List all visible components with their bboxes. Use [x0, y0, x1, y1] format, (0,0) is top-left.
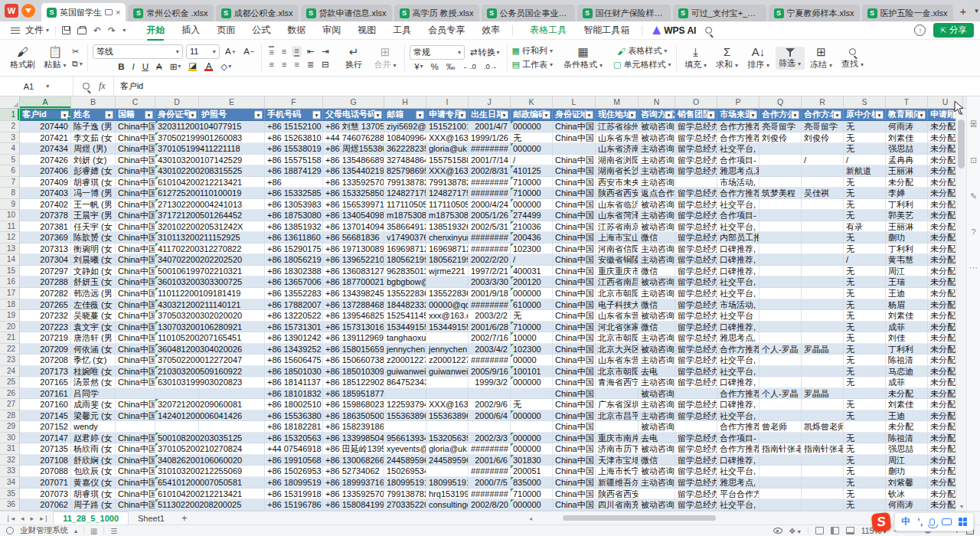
- cell[interactable]: 黄韦慧: [886, 254, 928, 266]
- cell[interactable]: 411702200312270822: [155, 243, 199, 255]
- cell[interactable]: 留学总经办: [675, 366, 717, 377]
- column-header-Q[interactable]: Q: [760, 96, 802, 108]
- cell[interactable]: 511302200208200025: [155, 499, 199, 511]
- cell[interactable]: 1997/2/21: [469, 266, 511, 277]
- cell[interactable]: 207402: [20, 199, 71, 211]
- fill-button[interactable]: ⤓ 填充 ▾: [681, 45, 710, 71]
- name-box[interactable]: A1▾: [0, 77, 74, 96]
- cell[interactable]: 00000: [511, 355, 553, 366]
- row-number-4[interactable]: 4: [0, 143, 20, 155]
- cell[interactable]: China中国: [553, 177, 596, 188]
- cell[interactable]: [802, 199, 844, 211]
- cell[interactable]: +86 1340540988: [323, 210, 384, 221]
- cell[interactable]: 包欣辰 (女: [71, 466, 116, 477]
- cell[interactable]: [802, 288, 844, 299]
- wps-ai-button[interactable]: WPS AI: [646, 25, 702, 36]
- comment-panel-icon[interactable]: ⊡: [970, 155, 977, 165]
- cell[interactable]: China中国: [116, 143, 155, 155]
- cell[interactable]: 天津市宝坻: [596, 455, 639, 466]
- cell[interactable]: China中国: [553, 132, 596, 144]
- cell[interactable]: 主动咨询: [639, 477, 675, 489]
- cell[interactable]: 110112200109181419: [155, 288, 199, 299]
- sort-button[interactable]: A↓ 排序 ▾: [744, 45, 773, 71]
- cell[interactable]: [760, 322, 802, 333]
- cell[interactable]: 舒妍玉 (女: [71, 276, 116, 288]
- cell[interactable]: [639, 489, 675, 500]
- cell[interactable]: China中国: [553, 421, 596, 433]
- cell[interactable]: 留学总经办: [675, 489, 717, 500]
- cell[interactable]: [553, 143, 596, 155]
- cell[interactable]: 207209: [20, 344, 71, 355]
- cell[interactable]: [802, 254, 844, 266]
- cell[interactable]: 2001/6/28: [469, 322, 511, 333]
- cell[interactable]: 口碑推荐,: [717, 399, 760, 410]
- cell[interactable]: 207161: [20, 388, 71, 400]
- cell[interactable]: 2003/3/30: [469, 276, 511, 288]
- cell[interactable]: China中国: [116, 276, 155, 288]
- print-icon[interactable]: [77, 28, 87, 34]
- cell[interactable]: 口碑推荐,: [717, 254, 760, 266]
- cell[interactable]: 2001/6/6: [469, 455, 511, 466]
- cell[interactable]: [155, 388, 199, 400]
- cell[interactable]: 710000: [511, 188, 553, 199]
- cell[interactable]: wjrme221: [426, 266, 469, 277]
- cell[interactable]: +86 1339985047: [323, 433, 384, 444]
- cell[interactable]: 180995191: [426, 477, 469, 489]
- cell[interactable]: [802, 232, 844, 243]
- cell[interactable]: +86 1372884680: [323, 299, 384, 311]
- cell[interactable]: chenxinyur: [426, 232, 469, 243]
- cell[interactable]: [760, 377, 802, 388]
- sogou-ime-icon[interactable]: S: [871, 511, 891, 531]
- cell[interactable]: 169698712: [384, 243, 426, 255]
- cell[interactable]: 吴佳祺: [802, 188, 844, 199]
- cell[interactable]: 雅思考点,: [717, 332, 760, 344]
- cell[interactable]: [802, 210, 844, 221]
- cell[interactable]: 主动咨询: [639, 332, 675, 344]
- add-sheet-button[interactable]: +: [175, 512, 194, 524]
- cell[interactable]: +86 1360831276: [323, 266, 384, 277]
- cell[interactable]: [675, 388, 717, 400]
- cell[interactable]: [802, 276, 844, 288]
- cell[interactable]: 被动咨询: [639, 121, 675, 132]
- cell[interactable]: +86 1850103098: [323, 366, 384, 377]
- cell[interactable]: China中国: [553, 221, 596, 233]
- cell[interactable]: 微信: [639, 299, 675, 311]
- cell[interactable]: 207223: [20, 322, 71, 333]
- cell[interactable]: +86 1851229020: [323, 377, 384, 388]
- cell[interactable]: 327484864: [384, 155, 426, 166]
- cell[interactable]: 合作方推荐: [717, 344, 760, 355]
- column-header-J[interactable]: J: [469, 96, 511, 108]
- cell[interactable]: +86 18874129: [265, 165, 323, 177]
- cell[interactable]: 2002/8/31: [469, 165, 511, 177]
- filter-dropdown-icon[interactable]: ▼: [917, 110, 926, 119]
- cell[interactable]: 陕西省西安: [596, 188, 639, 199]
- cell[interactable]: [760, 143, 802, 155]
- convert-button[interactable]: ⇄ 转换▾: [468, 47, 502, 58]
- cell[interactable]: 962835011: [384, 266, 426, 277]
- cell[interactable]: 270335220: [384, 499, 426, 511]
- scroll-down-icon[interactable]: ▼: [956, 504, 967, 509]
- cell[interactable]: 社交平台,: [717, 276, 760, 288]
- conditional-format-button[interactable]: ▦ 条件格式 ▾: [560, 45, 606, 71]
- row-number-1[interactable]: 1: [0, 109, 20, 121]
- cell[interactable]: +86 17882007: [265, 299, 323, 311]
- cell[interactable]: 2005/9/16: [469, 366, 511, 377]
- column-filter-header-cell[interactable]: 姓名▼: [71, 109, 116, 121]
- cell[interactable]: 138519326: [426, 221, 469, 233]
- cell[interactable]: 500106199702210321: [155, 266, 199, 277]
- cell[interactable]: [802, 366, 844, 377]
- row-number-11[interactable]: 11: [0, 221, 20, 233]
- fill-color-button[interactable]: ◪: [186, 62, 199, 71]
- filter-dropdown-icon[interactable]: ▼: [585, 110, 593, 119]
- cell[interactable]: 青海省西宁: [596, 377, 639, 388]
- cell[interactable]: 留学总经办: [675, 155, 717, 166]
- cell[interactable]: 2003/4/2: [469, 344, 511, 355]
- column-header-I[interactable]: I: [426, 96, 469, 108]
- cell[interactable]: 152541145: [384, 310, 426, 322]
- cell[interactable]: 社交平台,: [717, 499, 760, 511]
- cell[interactable]: 李文茹 (女: [71, 132, 116, 144]
- cell[interactable]: +86 1580841990: [323, 499, 384, 511]
- document-tab[interactable]: S贷款申请信息.xlsx: [301, 5, 392, 21]
- cell[interactable]: 799138782: [426, 177, 469, 188]
- cell[interactable]: 合作方推荐: [717, 388, 760, 400]
